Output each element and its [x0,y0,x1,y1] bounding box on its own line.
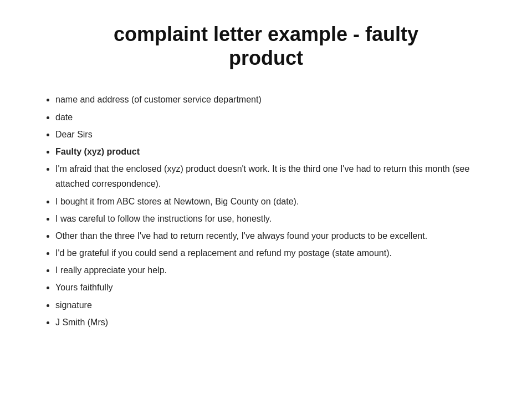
list-item-item-j-smith: J Smith (Mrs) [55,315,499,330]
list-item-item-other-than: Other than the three I've had to return … [55,228,499,243]
list-item-item-appreciate: I really appreciate your help. [55,263,499,278]
page-title: complaint letter example - faultyproduct [33,17,499,70]
list-item-item-afraid: I'm afraid that the enclosed (xyz) produ… [55,161,499,191]
list-item-item-grateful: I'd be grateful if you could send a repl… [55,245,499,260]
list-item-item-bought: I bought it from ABC stores at Newtown, … [55,194,499,209]
list-item-item-faulty-product: Faulty (xyz) product [55,144,499,159]
list-item-item-dear-sirs: Dear Sirs [55,127,499,142]
list-item-item-date: date [55,110,499,125]
list-item-item-name-address: name and address (of customer service de… [55,92,499,107]
list-item-item-signature: signature [55,298,499,313]
bullet-list: name and address (of customer service de… [33,92,499,330]
list-item-item-careful: I was careful to follow the instructions… [55,211,499,226]
list-item-item-yours-faithfully: Yours faithfully [55,280,499,295]
